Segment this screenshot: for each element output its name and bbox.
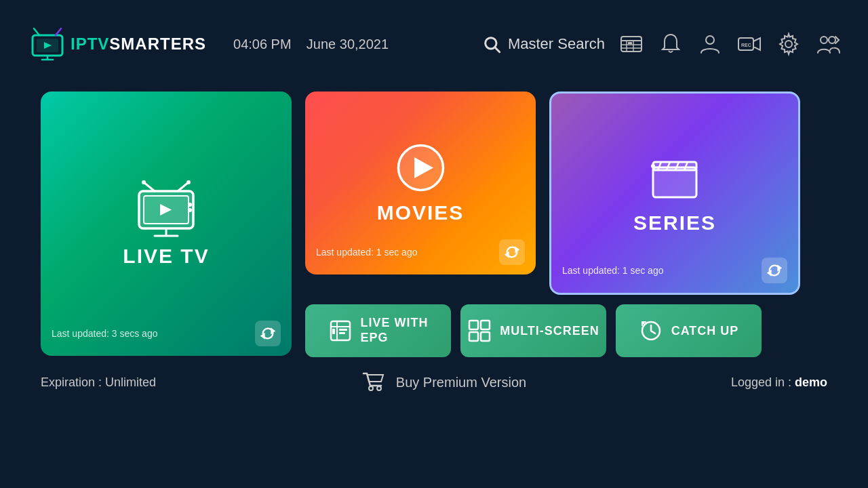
buy-premium-label: Buy Premium Version: [396, 375, 526, 390]
multi-screen-button[interactable]: MULTI-SCREEN: [460, 304, 606, 357]
switch-user-icon[interactable]: [815, 31, 841, 57]
svg-line-26: [178, 182, 189, 191]
center-top-row: MOVIES Last updated: 1 sec ago: [305, 92, 827, 295]
svg-marker-40: [506, 253, 509, 257]
catchup-icon: [639, 319, 663, 343]
live-tv-card[interactable]: LIVE TV Last updated: 3 secs ago: [41, 92, 292, 356]
live-tv-updated: Last updated: 3 secs ago: [52, 328, 157, 339]
logo-iptv: IPTV: [71, 35, 109, 53]
live-epg-line1: LIVE WITH: [361, 316, 429, 331]
svg-text:REC: REC: [741, 43, 751, 47]
center-right-col: MOVIES Last updated: 1 sec ago: [305, 92, 827, 357]
expiration-label: Expiration : Unlimited: [41, 375, 156, 389]
master-search-button[interactable]: Master Search: [482, 35, 605, 54]
refresh-icon: [260, 326, 275, 341]
svg-rect-54: [339, 332, 345, 334]
svg-rect-57: [481, 321, 490, 329]
svg-point-22: [821, 37, 827, 43]
main-content: LIVE TV Last updated: 3 secs ago: [0, 88, 868, 357]
tv-icon: [129, 180, 203, 245]
logo-text: IPTVSMARTERS: [71, 35, 206, 54]
svg-rect-58: [469, 332, 478, 341]
svg-point-25: [142, 180, 146, 184]
live-tv-footer: Last updated: 3 secs ago: [52, 321, 281, 346]
live-tv-label: LIVE TV: [123, 245, 209, 268]
series-card[interactable]: SERIES Last updated: 1 sec ago: [549, 92, 800, 295]
expiration-info: Expiration : Unlimited: [41, 375, 156, 390]
epg-icon[interactable]: [618, 31, 644, 57]
header-icons: REC: [618, 31, 841, 57]
series-refresh-button[interactable]: [762, 258, 787, 283]
svg-point-17: [706, 36, 714, 44]
svg-rect-59: [481, 332, 490, 341]
svg-point-61: [369, 386, 373, 390]
svg-rect-41: [653, 167, 696, 197]
svg-marker-19: [753, 38, 760, 50]
svg-rect-15: [628, 42, 632, 44]
svg-marker-48: [778, 266, 781, 270]
clapperboard-icon: [648, 152, 702, 203]
movies-refresh-button[interactable]: [499, 239, 525, 265]
live-epg-line2: EPG: [361, 331, 389, 346]
svg-marker-35: [272, 329, 275, 333]
logged-in-label: Logged in :: [731, 375, 795, 389]
refresh-icon: [767, 263, 782, 278]
svg-rect-56: [469, 321, 478, 329]
movies-card[interactable]: MOVIES Last updated: 1 sec ago: [305, 92, 536, 274]
search-label: Master Search: [508, 35, 605, 53]
svg-point-27: [186, 180, 191, 184]
record-icon[interactable]: REC: [736, 31, 762, 57]
profile-icon[interactable]: [697, 31, 723, 57]
buy-premium-button[interactable]: Buy Premium Version: [361, 369, 526, 395]
svg-line-8: [495, 47, 499, 52]
refresh-icon: [505, 245, 519, 260]
svg-line-24: [144, 182, 155, 191]
cart-icon: [361, 369, 387, 395]
svg-marker-39: [516, 248, 519, 252]
logo-smarters: SMARTERS: [109, 35, 206, 53]
header: IPTVSMARTERS 04:06 PM June 30,2021 Maste…: [0, 0, 868, 88]
series-label: SERIES: [633, 211, 716, 235]
date-display: June 30,2021: [307, 37, 389, 52]
svg-point-32: [188, 208, 192, 212]
catch-up-button[interactable]: CATCH UP: [616, 304, 762, 357]
epg-book-icon: [328, 319, 353, 343]
svg-point-62: [377, 386, 381, 390]
movies-label: MOVIES: [377, 201, 465, 224]
live-tv-refresh-button[interactable]: [255, 321, 281, 346]
logo-icon: [27, 26, 68, 63]
series-updated: Last updated: 1 sec ago: [562, 265, 663, 276]
movies-footer: Last updated: 1 sec ago: [316, 239, 525, 265]
multiscreen-label: MULTI-SCREEN: [500, 324, 599, 338]
username-display: demo: [795, 375, 827, 389]
movies-updated: Last updated: 1 sec ago: [316, 247, 417, 258]
catchup-label: CATCH UP: [671, 324, 739, 338]
svg-point-47: [651, 164, 655, 168]
footer: Expiration : Unlimited Buy Premium Versi…: [0, 357, 868, 395]
cards-container: LIVE TV Last updated: 3 secs ago: [41, 92, 827, 357]
multiscreen-icon: [467, 319, 492, 343]
svg-marker-49: [768, 271, 771, 275]
live-with-epg-button[interactable]: LIVE WITH EPG: [305, 304, 451, 357]
svg-point-31: [188, 203, 192, 207]
play-circle-icon: [395, 142, 446, 193]
datetime: 04:06 PM June 30,2021: [233, 37, 389, 52]
svg-rect-53: [339, 329, 347, 331]
settings-icon[interactable]: [776, 31, 802, 57]
series-footer: Last updated: 1 sec ago: [562, 258, 787, 283]
search-icon: [482, 35, 501, 54]
logo: IPTVSMARTERS: [27, 26, 206, 63]
svg-point-21: [785, 41, 792, 47]
notification-icon[interactable]: [658, 31, 684, 57]
time-display: 04:06 PM: [233, 37, 292, 52]
bottom-buttons-row: LIVE WITH EPG MULTI-SCREEN: [305, 304, 827, 357]
svg-rect-55: [332, 329, 335, 334]
logged-in-info: Logged in : demo: [731, 375, 827, 390]
svg-point-23: [829, 37, 835, 43]
svg-marker-36: [262, 334, 264, 338]
